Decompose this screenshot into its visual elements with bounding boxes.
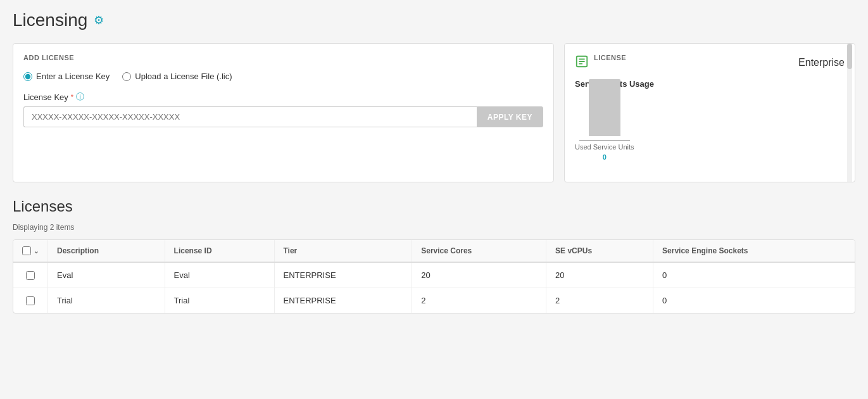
bar-label: Used Service Units: [575, 143, 634, 151]
td-service-engine-sockets-trial: 0: [653, 288, 855, 314]
required-star: *: [71, 93, 73, 101]
license-panel-left: LICENSE: [575, 54, 626, 72]
usage-bar: [589, 79, 620, 136]
table-row: Trial Trial ENTERPRISE 2 2 0: [13, 288, 855, 314]
add-license-panel: ADD LICENSE Enter a License Key Upload a…: [13, 43, 554, 182]
page-title-row: Licensing ⚙: [13, 10, 855, 30]
td-service-cores-trial: 2: [412, 288, 546, 314]
table-header-row: ⌄ Description License ID Tier Service Co…: [13, 240, 855, 262]
bar-underline: [579, 140, 630, 141]
scrollbar-thumb[interactable]: [847, 44, 852, 69]
td-se-vcpus-eval: 20: [546, 262, 653, 288]
licenses-heading: Licenses: [13, 198, 855, 215]
td-se-vcpus-trial: 2: [546, 288, 653, 314]
select-all-checkbox[interactable]: [22, 246, 31, 255]
top-panels: ADD LICENSE Enter a License Key Upload a…: [13, 43, 855, 182]
checkbox-cell-trial: [22, 296, 39, 305]
licenses-table-wrapper: ⌄ Description License ID Tier Service Co…: [13, 239, 855, 314]
td-tier-eval: ENTERPRISE: [274, 262, 412, 288]
radio-enter-key-input[interactable]: [23, 72, 32, 81]
bar-container: Used Service Units 0: [575, 79, 634, 161]
displaying-text: Displaying 2 items: [13, 223, 855, 232]
license-panel: LICENSE Enterprise Service Units Usage U…: [564, 43, 855, 182]
th-service-cores: Service Cores: [412, 240, 546, 262]
td-checkbox-trial: [13, 288, 48, 314]
td-license-id-trial: Trial: [165, 288, 274, 314]
info-icon[interactable]: ⓘ: [76, 91, 84, 103]
td-license-id-eval: Eval: [165, 262, 274, 288]
td-checkbox-eval: [13, 262, 48, 288]
th-description: Description: [48, 240, 165, 262]
scrollbar-track: [847, 44, 852, 182]
radio-enter-key[interactable]: Enter a License Key: [23, 72, 110, 81]
th-license-id: License ID: [165, 240, 274, 262]
table-row: Eval Eval ENTERPRISE 20 20 0: [13, 262, 855, 288]
page-title: Licensing: [13, 10, 87, 30]
td-description-trial: Trial: [48, 288, 165, 314]
license-icon: [575, 54, 589, 72]
add-license-title: ADD LICENSE: [23, 54, 543, 61]
license-type: Enterprise: [798, 57, 845, 68]
gear-icon[interactable]: ⚙: [94, 13, 104, 27]
license-key-label: License Key: [23, 92, 68, 102]
bar-value: 0: [603, 153, 607, 161]
radio-upload-file-input[interactable]: [122, 72, 131, 81]
radio-row: Enter a License Key Upload a License Fil…: [23, 72, 543, 81]
page-wrapper: Licensing ⚙ ADD LICENSE Enter a License …: [0, 0, 868, 324]
licenses-table: ⌄ Description License ID Tier Service Co…: [13, 240, 855, 313]
radio-enter-key-label: Enter a License Key: [36, 72, 110, 81]
radio-upload-file-label: Upload a License File (.lic): [135, 72, 232, 81]
th-checkbox-row: ⌄: [22, 246, 39, 255]
td-service-engine-sockets-eval: 0: [653, 262, 855, 288]
chart-area: Used Service Units 0: [575, 96, 845, 166]
apply-key-button[interactable]: APPLY KEY: [477, 106, 543, 127]
license-panel-header: LICENSE Enterprise: [575, 54, 845, 72]
row-checkbox-trial[interactable]: [26, 296, 35, 305]
td-tier-trial: ENTERPRISE: [274, 288, 412, 314]
row-checkbox-eval[interactable]: [26, 271, 35, 280]
license-panel-title: LICENSE: [594, 54, 626, 61]
license-key-input[interactable]: [23, 106, 477, 127]
field-label-row: License Key * ⓘ: [23, 91, 543, 103]
th-service-engine-sockets: Service Engine Sockets: [653, 240, 855, 262]
th-checkbox: ⌄: [13, 240, 48, 262]
checkbox-cell-eval: [22, 271, 39, 280]
td-description-eval: Eval: [48, 262, 165, 288]
th-se-vcpus: SE vCPUs: [546, 240, 653, 262]
licenses-section: Licenses Displaying 2 items ⌄ Descriptio…: [13, 198, 855, 314]
td-service-cores-eval: 20: [412, 262, 546, 288]
chevron-down-icon[interactable]: ⌄: [34, 248, 39, 255]
th-tier: Tier: [274, 240, 412, 262]
radio-upload-file[interactable]: Upload a License File (.lic): [122, 72, 232, 81]
key-input-row: APPLY KEY: [23, 106, 543, 127]
